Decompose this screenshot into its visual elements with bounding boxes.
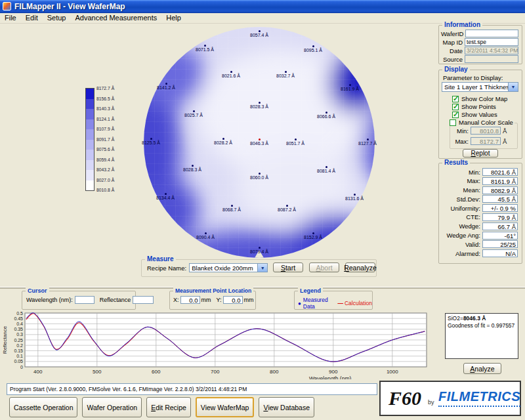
- y-tick-label: 0.5: [16, 311, 23, 316]
- result-label: Max:: [441, 177, 480, 184]
- y-tick-label: 0.15: [14, 348, 23, 353]
- x-tick-label: 400: [33, 369, 43, 375]
- info-field-waferid[interactable]: [465, 30, 518, 37]
- results-group: Results Min:8021.6 ÅMax:8161.9 ÅMean:808…: [438, 163, 522, 264]
- logo-by: by: [428, 399, 434, 406]
- scale-tick-label: 8010.8 Å: [96, 188, 129, 192]
- y-tick-label: 0.2: [16, 343, 23, 348]
- reanalyze-button[interactable]: Reanalyze: [345, 262, 375, 272]
- checkbox-show-points[interactable]: Show Points: [452, 103, 507, 110]
- result-value-mean: 8082.9 Å: [482, 186, 518, 194]
- x-tick-label: 1000: [387, 369, 398, 375]
- result-value-min: 8021.6 Å: [482, 168, 518, 176]
- wafer-operation-button[interactable]: Wafer Operation: [82, 397, 142, 417]
- view-database-button[interactable]: View Database: [259, 397, 314, 417]
- start-button[interactable]: Start: [273, 262, 303, 272]
- manual-scale-box: Min: 8010.8 Å Max: 8172.7 Å: [450, 123, 518, 149]
- edit-recipe-button[interactable]: Edit Recipe: [146, 397, 191, 417]
- result-label: Alarmed:: [441, 250, 480, 257]
- scale-tick-label: 8059.4 Å: [96, 158, 129, 162]
- display-group: Display Parameter to Display: Site 1 Lay…: [438, 70, 522, 159]
- result-value-wedge: 66.7 Å: [482, 222, 518, 230]
- info-label: Date: [441, 47, 463, 54]
- cassette-operation-button[interactable]: Cassette Operation: [9, 397, 77, 417]
- title-bar[interactable]: FILMapper II - View WaferMap: [0, 0, 525, 13]
- checkbox-icon[interactable]: [452, 112, 459, 118]
- max-label: Max:: [453, 138, 469, 145]
- display-group-title: Display: [442, 66, 470, 74]
- x-tick-label: 700: [211, 369, 220, 375]
- y-tick-label: 0.45: [14, 316, 23, 321]
- max-field: 8172.7: [471, 137, 501, 145]
- parameter-select[interactable]: Site 1 Layer 1 Thickness ▼: [442, 82, 518, 92]
- app-window: FILMapper II - View WaferMap FileEditSet…: [0, 0, 525, 420]
- menu-setup[interactable]: Setup: [43, 13, 71, 23]
- information-group: Information WaferIDMap IDtest.speDate3/2…: [438, 25, 522, 64]
- replot-button[interactable]: Replot: [463, 149, 498, 158]
- menu-file[interactable]: File: [0, 13, 21, 23]
- y-tick-label: 0.25: [14, 338, 23, 343]
- scale-tick-label: 8172.7 Å: [96, 86, 129, 91]
- scale-tick-label: 8075.6 Å: [96, 147, 129, 152]
- abort-button: Abort: [309, 262, 339, 272]
- max-unit: Å: [503, 138, 507, 145]
- recipe-name-select[interactable]: Blanket Oxide 200mm ▼: [189, 263, 268, 272]
- x-tick-label: 500: [93, 369, 102, 375]
- checkbox-icon[interactable]: [450, 119, 456, 126]
- recipe-name-value: Blanket Oxide 200mm: [192, 264, 253, 272]
- window-title: FILMapper II - View WaferMap: [14, 0, 125, 13]
- result-value-stddev: 45.5 Å: [482, 195, 518, 203]
- y-axis-title: Reflectance: [2, 326, 8, 354]
- scale-tick-label: 8156.5 Å: [96, 96, 129, 101]
- info-field-source: [465, 55, 518, 63]
- manual-color-scale-checkbox[interactable]: Manual Color Scale: [448, 119, 514, 126]
- chevron-down-icon[interactable]: ▼: [257, 264, 267, 272]
- min-label: Min:: [453, 127, 469, 135]
- logo-model: F60: [388, 387, 421, 410]
- result-value-max: 8161.9 Å: [482, 177, 518, 185]
- info-field-map-id[interactable]: test.spe: [465, 38, 518, 46]
- result-label: Uniformity:: [441, 205, 480, 212]
- results-group-title: Results: [442, 159, 470, 167]
- reflectance-spectrum-chart[interactable]: 00.050.10.150.20.250.30.350.40.450.54005…: [0, 289, 436, 379]
- measure-group-title: Measure: [145, 255, 176, 263]
- min-field: 8010.8: [471, 127, 501, 135]
- bottom-button-bar: Cassette OperationWafer OperationEdit Re…: [9, 397, 314, 417]
- parameter-label: Parameter to Display:: [443, 74, 503, 81]
- parameter-value: Site 1 Layer 1 Thickness: [444, 83, 513, 91]
- measure-group: Measure Recipe Name: Blanket Oxide 200mm…: [141, 259, 377, 277]
- scale-tick-label: 8107.9 Å: [96, 127, 129, 131]
- result-label: Std.Dev:: [441, 196, 480, 203]
- color-scale-bar: [85, 88, 94, 191]
- wafer-map[interactable]: [144, 27, 375, 258]
- status-bar: Program Start (Ver. 2.8.0.9000, FMSolve …: [7, 383, 377, 395]
- info-label: Map ID: [441, 39, 463, 46]
- chevron-down-icon[interactable]: ▼: [508, 83, 518, 91]
- x-axis-title: Wavelength (nm): [309, 375, 352, 379]
- x-tick-label: 800: [270, 369, 279, 375]
- analyze-button[interactable]: Analyze: [463, 363, 501, 374]
- result-label: Wedge Ang:: [441, 232, 480, 239]
- menu-advanced-measurements[interactable]: Advanced Measurements: [70, 13, 161, 23]
- view-wafermap-button[interactable]: View WaferMap: [196, 397, 255, 417]
- scale-tick-label: 8091.7 Å: [96, 137, 129, 142]
- recipe-name-label: Recipe Name:: [147, 264, 186, 272]
- checkbox-show-color-map[interactable]: Show Color Map: [452, 95, 507, 102]
- checkbox-icon[interactable]: [452, 96, 459, 102]
- result-value-wedgeang: -61°: [482, 232, 518, 240]
- result-value-valid: 25/25: [482, 240, 518, 248]
- result-value-cte: 79.9 Å: [482, 213, 518, 221]
- checkbox-show-values[interactable]: Show Values: [452, 111, 507, 118]
- result-value-alarmed: N/A: [482, 249, 518, 257]
- checkbox-icon[interactable]: [452, 104, 459, 110]
- result-label: Min:: [441, 169, 480, 176]
- menu-help[interactable]: Help: [161, 13, 186, 23]
- y-tick-label: 0.1: [16, 354, 23, 358]
- menu-edit[interactable]: Edit: [21, 13, 43, 23]
- brand-logo: F60 by FILMETRICS: [379, 381, 521, 416]
- x-tick-label: 900: [329, 369, 338, 375]
- result-label: Wedge:: [441, 222, 480, 230]
- info-label: WaferID: [441, 30, 463, 37]
- logo-brand: FILMETRICS: [438, 389, 520, 407]
- y-tick-label: 0.3: [16, 332, 23, 337]
